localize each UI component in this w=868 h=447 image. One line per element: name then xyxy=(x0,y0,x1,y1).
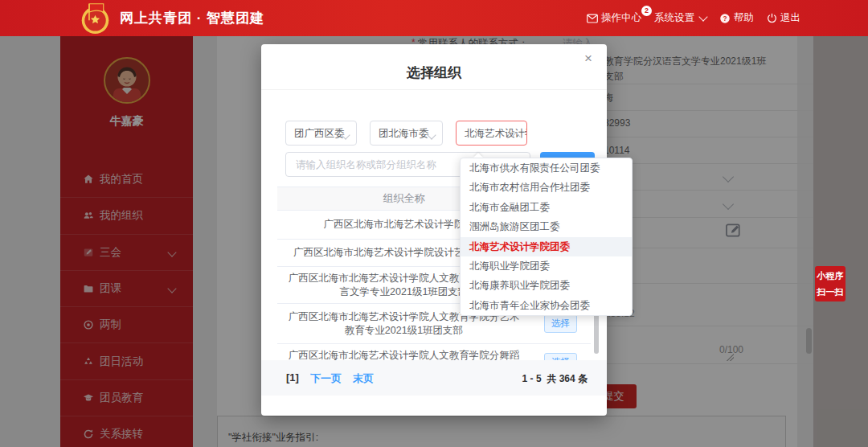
dropdown-option[interactable]: 北海职业学院团委 xyxy=(461,256,632,276)
dropdown-option[interactable]: 涠洲岛旅游区团工委 xyxy=(461,217,632,236)
mini-program-line2: 扫一扫 xyxy=(815,285,845,301)
brand: 网上共青团 · 智慧团建 xyxy=(79,2,264,35)
dropdown-option[interactable]: 北海市青年企业家协会团委 xyxy=(461,296,632,315)
table-footer: [1] 下一页 末页 1 - 5 共 364 条 xyxy=(261,360,607,396)
power-icon xyxy=(767,13,777,23)
message-center-label: 操作中心 xyxy=(601,11,641,25)
table-scrollbar-thumb[interactable] xyxy=(594,314,599,354)
region-select[interactable]: 团广西区委 xyxy=(285,121,357,146)
city-select[interactable]: 团北海市委 xyxy=(370,121,443,146)
envelope-icon xyxy=(587,14,598,23)
logout-label: 退出 xyxy=(780,11,800,25)
dropdown-option[interactable]: 北海市供水有限责任公司团委 xyxy=(461,158,632,178)
pagination-next[interactable]: 下一页 xyxy=(310,371,342,386)
dropdown-option-selected[interactable]: 北海艺术设计学院团委 xyxy=(461,237,632,256)
region-select-value: 团广西区委 xyxy=(294,128,345,139)
mini-program-line1: 小程序 xyxy=(815,269,845,285)
message-count-badge: 2 xyxy=(641,6,652,16)
org-name-cell: 广西区北海市北海艺术设计学院人文教育学院分舞蹈表演专业2021级1班团支部 xyxy=(277,349,530,361)
org-dropdown-panel: 北海市供水有限责任公司团委 北海市农村信用合作社团委 北海市金融团工委 涠洲岛旅… xyxy=(460,158,633,316)
pagination-count: 共 364 条 xyxy=(547,373,588,384)
app-root: * 常用联系人的联系方式： 请输入 教育学院分汉语言文学专业2021级1班 支部… xyxy=(0,0,868,447)
chevron-down-icon xyxy=(698,12,707,21)
svg-text:?: ? xyxy=(723,14,727,22)
pagination: [1] 下一页 末页 xyxy=(286,371,374,386)
help[interactable]: ? 帮助 xyxy=(719,11,754,25)
question-circle-icon: ? xyxy=(719,13,731,24)
dropdown-option[interactable]: 北海市农村信用合作社团委 xyxy=(461,178,632,197)
system-settings-label: 系统设置 xyxy=(654,11,694,25)
logout[interactable]: 退出 xyxy=(767,11,800,25)
org-select[interactable]: 北海艺术设计学院团委 xyxy=(456,121,527,146)
pagination-total: 1 - 5 共 364 条 xyxy=(522,372,588,386)
pagination-current-page[interactable]: [1] xyxy=(286,371,299,386)
header-menu: 操作中心 2 系统设置 ? 帮助 退出 xyxy=(587,0,800,36)
dropdown-option[interactable]: 北海市金融团工委 xyxy=(461,198,632,217)
mini-program-badge[interactable]: 小程序 扫一扫 xyxy=(815,266,845,301)
help-label: 帮助 xyxy=(734,11,754,25)
app-title: 网上共青团 · 智慧团建 xyxy=(120,9,264,27)
title-divider xyxy=(261,89,607,90)
select-row-button[interactable]: 选择 xyxy=(544,353,577,360)
table-row: 广西区北海市北海艺术设计学院人文教育学院分舞蹈表演专业2021级1班团支部 选择 xyxy=(277,344,591,360)
system-settings[interactable]: 系统设置 xyxy=(654,11,706,25)
dropdown-arrow xyxy=(473,153,483,158)
message-center[interactable]: 操作中心 2 xyxy=(587,11,641,25)
pagination-last[interactable]: 末页 xyxy=(353,371,374,386)
dropdown-option[interactable]: 北海康养职业学院团委 xyxy=(461,276,632,295)
city-select-value: 团北海市委 xyxy=(379,128,429,139)
select-row-button[interactable]: 选择 xyxy=(544,314,577,333)
header: 网上共青团 · 智慧团建 操作中心 2 系统设置 ? 帮助 退出 xyxy=(0,0,868,36)
league-emblem-logo xyxy=(79,1,112,35)
dialog-title: 选择组织 xyxy=(261,64,607,82)
pagination-range: 1 - 5 xyxy=(522,373,542,384)
